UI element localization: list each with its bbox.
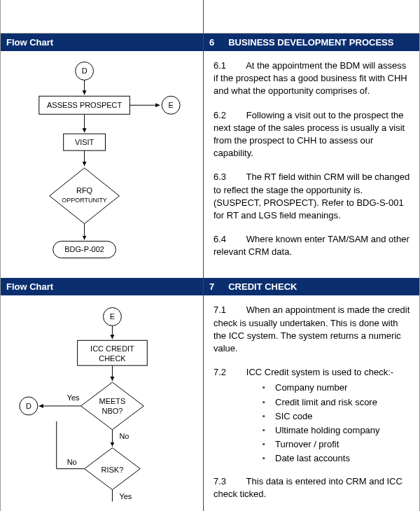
node-d: D xyxy=(82,66,88,75)
para-6-1: 6.1 At the appointment the BDM will asse… xyxy=(214,59,411,98)
section-6-number: 6 xyxy=(209,37,214,48)
node-e-start: E xyxy=(110,313,115,321)
section-6-title: BUSINESS DEVELOPMENT PROCESS xyxy=(228,37,393,48)
bullet-item: Company number xyxy=(262,382,411,394)
section-6-left-header-cell: Flow Chart xyxy=(1,34,204,51)
section-7-headers: Flow Chart 7 CREDIT CHECK xyxy=(1,278,419,295)
section-7-number: 7 xyxy=(209,281,214,292)
node-icc2: CHECK xyxy=(99,355,126,363)
para-6-2: 6.2 Following a visit out to the prospec… xyxy=(214,109,411,160)
flowchart-7: E ICC CREDIT CHECK MEETS NBO? Yes D xyxy=(1,295,203,502)
bullet-item: Ultimate holding company xyxy=(262,424,411,437)
section-7-body: E ICC CREDIT CHECK MEETS NBO? Yes D xyxy=(1,295,419,511)
node-rfq1: RFQ xyxy=(76,186,92,195)
section-6-body: D ASSESS PROSPECT E VISIT RFQ xyxy=(1,51,419,278)
label-yes2: Yes xyxy=(119,493,132,501)
section-7-title: CREDIT CHECK xyxy=(228,281,297,292)
bullet-item: SIC code xyxy=(262,410,411,423)
section-6-text-cell: 6.1 At the appointment the BDM will asse… xyxy=(204,51,419,278)
para-6-3: 6.3 The RT field within CRM will be chan… xyxy=(214,171,411,222)
section-7-right-header-cell: 7 CREDIT CHECK xyxy=(204,278,419,295)
bullet-item: Date last accounts xyxy=(262,452,411,465)
para-7-1: 7.1 When an appointment is made the cred… xyxy=(214,304,411,355)
node-meets2: NBO? xyxy=(102,407,123,415)
section-7-right-header: 7 CREDIT CHECK xyxy=(204,278,419,295)
section-6-right-header: 6 BUSINESS DEVELOPMENT PROCESS xyxy=(204,34,419,51)
flowchart-header-6: Flow Chart xyxy=(1,34,203,51)
node-meets1: MEETS xyxy=(99,397,126,405)
para-7-2: 7.2 ICC Credit system is used to check:- xyxy=(214,366,411,379)
bullet-item: Turnover / profit xyxy=(262,438,411,451)
label-yes: Yes xyxy=(67,393,80,402)
node-e: E xyxy=(169,101,174,109)
node-icc1: ICC CREDIT xyxy=(90,345,134,354)
node-risk: RISK? xyxy=(102,465,124,474)
flowchart-header-7: Flow Chart xyxy=(1,278,203,295)
top-left-blank xyxy=(1,0,204,34)
section-7-text-cell: 7.1 When an appointment is made the cred… xyxy=(204,295,419,511)
para-7-3: 7.3 This data is entered into CRM and IC… xyxy=(214,475,411,500)
section-6-content: 6.1 At the appointment the BDM will asse… xyxy=(204,51,419,278)
flowchart-7-cell: E ICC CREDIT CHECK MEETS NBO? Yes D xyxy=(1,295,204,511)
top-right-blank xyxy=(204,0,419,34)
node-visit: VISIT xyxy=(75,138,94,146)
bullet-item: Credit limit and risk score xyxy=(262,396,411,409)
label-no: No xyxy=(119,432,129,440)
node-bdg: BDG-P-002 xyxy=(64,245,104,253)
node-rfq2: OPPORTUNITY xyxy=(62,197,107,204)
para-6-4: 6.4 Where known enter TAM/SAM and other … xyxy=(214,233,411,258)
document-page: Flow Chart 6 BUSINESS DEVELOPMENT PROCES… xyxy=(0,0,420,511)
flowchart-header-label-7: Flow Chart xyxy=(6,281,53,292)
node-d-off: D xyxy=(26,402,31,410)
section-6-right-header-cell: 6 BUSINESS DEVELOPMENT PROCESS xyxy=(204,34,419,51)
section-7-content: 7.1 When an appointment is made the cred… xyxy=(204,295,419,511)
top-divider-row xyxy=(1,0,419,34)
flowchart-header-label: Flow Chart xyxy=(6,37,53,48)
label-no2: No xyxy=(67,458,77,466)
flowchart-6: D ASSESS PROSPECT E VISIT RFQ xyxy=(1,51,203,268)
section-6-headers: Flow Chart 6 BUSINESS DEVELOPMENT PROCES… xyxy=(1,34,419,51)
flowchart-6-cell: D ASSESS PROSPECT E VISIT RFQ xyxy=(1,51,204,278)
node-assess: ASSESS PROSPECT xyxy=(47,101,122,109)
svg-marker-8 xyxy=(50,168,120,224)
bullet-list-7: Company number Credit limit and risk sco… xyxy=(262,382,411,465)
section-7-left-header-cell: Flow Chart xyxy=(1,278,204,295)
